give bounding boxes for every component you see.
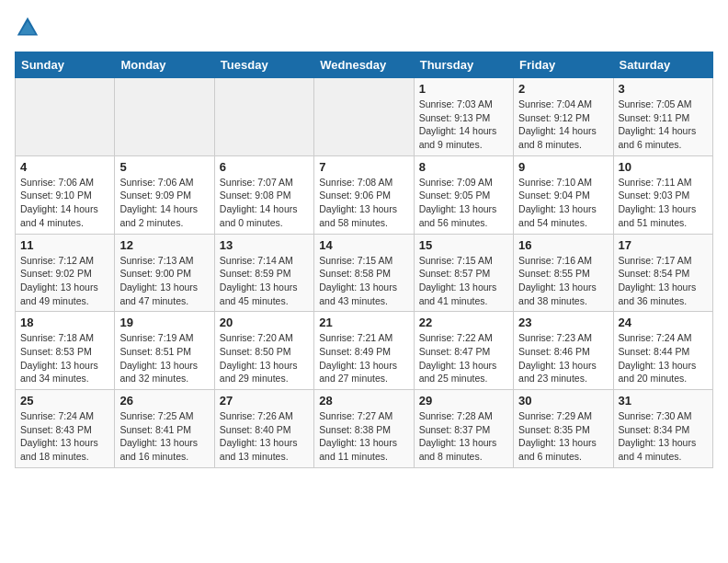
day-number: 20 [220, 316, 309, 329]
calendar-cell: 17Sunrise: 7:17 AM Sunset: 8:54 PM Dayli… [613, 234, 712, 312]
day-info: Sunrise: 7:08 AM Sunset: 9:06 PM Dayligh… [319, 176, 408, 230]
calendar-cell [314, 78, 414, 156]
day-info: Sunrise: 7:27 AM Sunset: 8:38 PM Dayligh… [319, 409, 408, 464]
day-info: Sunrise: 7:23 AM Sunset: 8:46 PM Dayligh… [518, 331, 608, 385]
calendar-cell: 27Sunrise: 7:26 AM Sunset: 8:40 PM Dayli… [214, 390, 313, 468]
day-info: Sunrise: 7:19 AM Sunset: 8:51 PM Dayligh… [119, 331, 209, 385]
day-info: Sunrise: 7:14 AM Sunset: 8:59 PM Dayligh… [220, 254, 309, 308]
day-number: 12 [119, 238, 209, 252]
day-info: Sunrise: 7:21 AM Sunset: 8:49 PM Dayligh… [319, 331, 408, 385]
day-number: 18 [20, 316, 109, 329]
calendar-cell: 7Sunrise: 7:08 AM Sunset: 9:06 PM Daylig… [314, 155, 414, 234]
calendar-cell: 30Sunrise: 7:29 AM Sunset: 8:35 PM Dayli… [514, 390, 613, 468]
calendar-cell: 20Sunrise: 7:20 AM Sunset: 8:50 PM Dayli… [214, 312, 313, 390]
calendar-cell: 29Sunrise: 7:28 AM Sunset: 8:37 PM Dayli… [414, 390, 513, 468]
calendar-cell: 22Sunrise: 7:22 AM Sunset: 8:47 PM Dayli… [414, 312, 513, 390]
calendar-cell [214, 78, 313, 156]
calendar-cell: 6Sunrise: 7:07 AM Sunset: 9:08 PM Daylig… [214, 155, 313, 234]
day-number: 17 [619, 238, 708, 252]
calendar-cell: 24Sunrise: 7:24 AM Sunset: 8:44 PM Dayli… [613, 312, 712, 390]
day-info: Sunrise: 7:11 AM Sunset: 9:03 PM Dayligh… [619, 176, 708, 230]
calendar-cell: 23Sunrise: 7:23 AM Sunset: 8:46 PM Dayli… [514, 312, 613, 390]
day-number: 29 [419, 394, 508, 408]
day-info: Sunrise: 7:16 AM Sunset: 8:55 PM Dayligh… [518, 254, 608, 308]
day-info: Sunrise: 7:18 AM Sunset: 8:53 PM Dayligh… [20, 331, 109, 385]
day-info: Sunrise: 7:12 AM Sunset: 9:02 PM Dayligh… [20, 254, 109, 308]
day-number: 30 [518, 394, 608, 408]
calendar-cell: 14Sunrise: 7:15 AM Sunset: 8:58 PM Dayli… [314, 234, 414, 312]
calendar-cell: 26Sunrise: 7:25 AM Sunset: 8:41 PM Dayli… [115, 390, 214, 468]
day-info: Sunrise: 7:05 AM Sunset: 9:11 PM Dayligh… [619, 98, 708, 152]
calendar-cell: 1Sunrise: 7:03 AM Sunset: 9:13 PM Daylig… [414, 78, 513, 156]
calendar-cell [16, 78, 115, 156]
day-info: Sunrise: 7:09 AM Sunset: 9:05 PM Dayligh… [419, 176, 508, 230]
calendar-cell: 10Sunrise: 7:11 AM Sunset: 9:03 PM Dayli… [613, 155, 712, 234]
calendar-cell: 12Sunrise: 7:13 AM Sunset: 9:00 PM Dayli… [115, 234, 214, 312]
calendar-cell: 8Sunrise: 7:09 AM Sunset: 9:05 PM Daylig… [414, 155, 513, 234]
calendar-cell: 19Sunrise: 7:19 AM Sunset: 8:51 PM Dayli… [115, 312, 214, 390]
calendar-cell: 2Sunrise: 7:04 AM Sunset: 9:12 PM Daylig… [514, 78, 613, 156]
day-info: Sunrise: 7:25 AM Sunset: 8:41 PM Dayligh… [119, 409, 209, 464]
day-number: 26 [119, 394, 209, 408]
weekday-header: Sunday [16, 52, 115, 78]
day-number: 11 [20, 238, 109, 252]
day-number: 1 [419, 82, 508, 96]
day-number: 9 [518, 160, 608, 174]
day-info: Sunrise: 7:26 AM Sunset: 8:40 PM Dayligh… [220, 409, 309, 464]
day-info: Sunrise: 7:28 AM Sunset: 8:37 PM Dayligh… [419, 409, 508, 464]
weekday-header: Tuesday [214, 52, 313, 78]
day-number: 6 [220, 160, 309, 174]
calendar-week-row: 18Sunrise: 7:18 AM Sunset: 8:53 PM Dayli… [16, 312, 713, 390]
day-number: 13 [220, 238, 309, 252]
day-info: Sunrise: 7:13 AM Sunset: 9:00 PM Dayligh… [119, 254, 209, 308]
day-number: 7 [319, 160, 408, 174]
day-info: Sunrise: 7:17 AM Sunset: 8:54 PM Dayligh… [619, 254, 708, 308]
calendar-header: SundayMondayTuesdayWednesdayThursdayFrid… [16, 52, 713, 78]
day-info: Sunrise: 7:29 AM Sunset: 8:35 PM Dayligh… [518, 409, 608, 464]
day-info: Sunrise: 7:10 AM Sunset: 9:04 PM Dayligh… [518, 176, 608, 230]
day-info: Sunrise: 7:04 AM Sunset: 9:12 PM Dayligh… [518, 98, 608, 152]
calendar-cell: 15Sunrise: 7:15 AM Sunset: 8:57 PM Dayli… [414, 234, 513, 312]
calendar-cell [115, 78, 214, 156]
calendar-cell: 5Sunrise: 7:06 AM Sunset: 9:09 PM Daylig… [115, 155, 214, 234]
calendar-cell: 21Sunrise: 7:21 AM Sunset: 8:49 PM Dayli… [314, 312, 414, 390]
calendar-cell: 28Sunrise: 7:27 AM Sunset: 8:38 PM Dayli… [314, 390, 414, 468]
calendar-body: 1Sunrise: 7:03 AM Sunset: 9:13 PM Daylig… [16, 78, 713, 468]
calendar-cell: 9Sunrise: 7:10 AM Sunset: 9:04 PM Daylig… [514, 155, 613, 234]
day-number: 19 [119, 316, 209, 329]
day-number: 15 [419, 238, 508, 252]
calendar-cell: 31Sunrise: 7:30 AM Sunset: 8:34 PM Dayli… [613, 390, 712, 468]
day-number: 5 [119, 160, 209, 174]
day-number: 4 [20, 160, 109, 174]
day-number: 10 [619, 160, 708, 174]
day-info: Sunrise: 7:22 AM Sunset: 8:47 PM Dayligh… [419, 331, 508, 385]
calendar-table: SundayMondayTuesdayWednesdayThursdayFrid… [15, 52, 713, 468]
day-number: 2 [518, 82, 608, 96]
weekday-header: Saturday [613, 52, 712, 78]
day-number: 28 [319, 394, 408, 408]
day-info: Sunrise: 7:24 AM Sunset: 8:44 PM Dayligh… [619, 331, 708, 385]
calendar-week-row: 11Sunrise: 7:12 AM Sunset: 9:02 PM Dayli… [16, 234, 713, 312]
calendar-week-row: 4Sunrise: 7:06 AM Sunset: 9:10 PM Daylig… [16, 155, 713, 234]
day-info: Sunrise: 7:15 AM Sunset: 8:57 PM Dayligh… [419, 254, 508, 308]
weekday-header: Thursday [414, 52, 513, 78]
day-info: Sunrise: 7:07 AM Sunset: 9:08 PM Dayligh… [220, 176, 309, 230]
calendar-week-row: 1Sunrise: 7:03 AM Sunset: 9:13 PM Daylig… [16, 78, 713, 156]
day-number: 21 [319, 316, 408, 329]
calendar-cell: 13Sunrise: 7:14 AM Sunset: 8:59 PM Dayli… [214, 234, 313, 312]
weekday-row: SundayMondayTuesdayWednesdayThursdayFrid… [16, 52, 713, 78]
day-number: 3 [619, 82, 708, 96]
calendar-cell: 4Sunrise: 7:06 AM Sunset: 9:10 PM Daylig… [16, 155, 115, 234]
day-info: Sunrise: 7:03 AM Sunset: 9:13 PM Dayligh… [419, 98, 508, 152]
day-number: 24 [619, 316, 708, 329]
weekday-header: Friday [514, 52, 613, 78]
calendar-cell: 3Sunrise: 7:05 AM Sunset: 9:11 PM Daylig… [613, 78, 712, 156]
logo-icon [15, 15, 40, 40]
day-info: Sunrise: 7:30 AM Sunset: 8:34 PM Dayligh… [619, 409, 708, 464]
calendar-cell: 18Sunrise: 7:18 AM Sunset: 8:53 PM Dayli… [16, 312, 115, 390]
weekday-header: Wednesday [314, 52, 414, 78]
calendar-cell: 16Sunrise: 7:16 AM Sunset: 8:55 PM Dayli… [514, 234, 613, 312]
day-info: Sunrise: 7:06 AM Sunset: 9:10 PM Dayligh… [20, 176, 109, 230]
day-number: 22 [419, 316, 508, 329]
weekday-header: Monday [115, 52, 214, 78]
